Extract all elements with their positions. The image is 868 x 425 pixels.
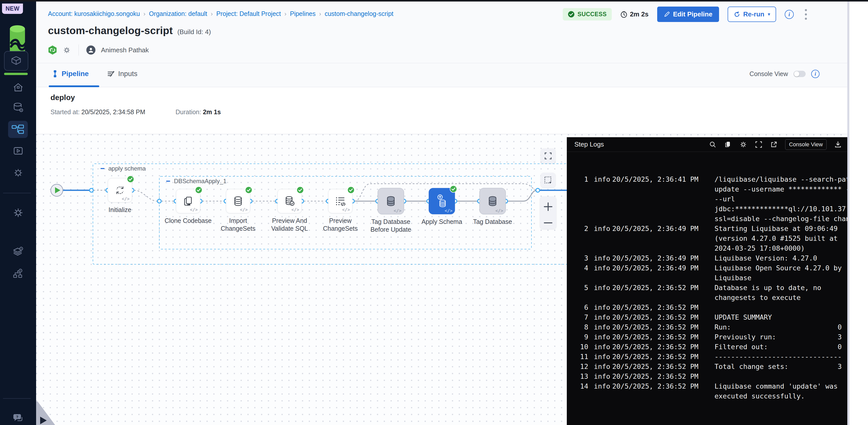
fullscreen-icon[interactable] (755, 141, 763, 148)
marquee-select-button[interactable] (541, 173, 555, 188)
breadcrumb-account[interactable]: Account: kurosakiichigo.songoku (48, 10, 140, 18)
sidebar-item-pipelines-active[interactable] (8, 121, 28, 138)
log-message: Starting Liquibase at 09:06:49(version 4… (714, 224, 847, 253)
rerun-label: Re-run (743, 10, 765, 18)
download-icon[interactable] (834, 141, 842, 148)
search-icon[interactable] (709, 141, 716, 148)
log-message: Liquibase command 'update' wasexecuted s… (714, 381, 847, 401)
pipeline-settings-gear-icon[interactable] (63, 46, 71, 54)
log-message: Total change sets: 3 (714, 362, 847, 371)
database-gear-icon (12, 102, 24, 114)
sidebar-item-home[interactable] (0, 78, 36, 96)
clone-icon (182, 195, 194, 207)
sidebar-module-selector[interactable] (4, 51, 28, 71)
sidebar-item-executions[interactable] (0, 142, 36, 160)
node-preview-and-validate-sql[interactable]: </> (277, 189, 302, 213)
log-row: 12info20/5/2025, 2:36:52 PMTotal change … (567, 362, 847, 371)
code-icon: </> (291, 207, 299, 212)
tab-inputs[interactable]: Inputs (107, 70, 137, 78)
inputs-tab-icon (107, 70, 115, 78)
console-view-info-icon[interactable]: i (811, 70, 819, 78)
chevron-down-icon: ▾ (768, 11, 770, 17)
node-label: Clone Codebase (163, 217, 213, 225)
log-console-view-button[interactable]: Console View (785, 139, 827, 150)
open-in-new-icon[interactable] (770, 141, 778, 148)
home-icon (12, 82, 24, 93)
log-settings-gear-icon[interactable] (739, 141, 747, 148)
sidebar: NEW (0, 1, 36, 425)
node-initialize[interactable]: </> (108, 178, 132, 202)
status-badge: SUCCESS (563, 8, 612, 21)
fit-view-button[interactable] (541, 148, 555, 163)
stage-started: Started at: 20/5/2025, 2:34:58 PM (51, 108, 145, 116)
database-upload-icon (435, 194, 448, 208)
code-icon: </> (190, 207, 198, 212)
status-label: SUCCESS (578, 11, 607, 18)
node-import-changesets[interactable]: </> (226, 189, 250, 213)
collapse-icon[interactable] (100, 166, 105, 171)
breadcrumb-current[interactable]: custom-changelog-script (325, 10, 393, 18)
node-preview-changesets[interactable]: </> (328, 189, 352, 213)
log-row: 13info20/5/2025, 2:36:52 PM (567, 371, 847, 381)
more-options-button[interactable] (802, 8, 809, 21)
code-icon: </> (394, 208, 401, 213)
log-row: 4info20/5/2025, 2:36:49 PMLiquibase Open… (567, 263, 847, 283)
node-label: Import ChangeSets (213, 217, 263, 232)
sidebar-item-environments[interactable] (0, 243, 36, 261)
zoom-out-button[interactable] (544, 222, 552, 223)
collapsed-nav-arrow-icon[interactable] (40, 417, 47, 424)
log-message: Run: 0 (714, 322, 847, 332)
console-view-toggle-area: Console View i (750, 70, 819, 78)
sidebar-item-db-devops[interactable] (0, 98, 36, 117)
breadcrumb-separator: › (144, 10, 146, 18)
rerun-button[interactable]: Re-run ▾ (727, 6, 776, 22)
sidebar-item-builds[interactable] (0, 164, 36, 182)
scrollbar-track[interactable] (847, 1, 849, 425)
log-rows[interactable]: 1info20/5/2025, 2:36:41 PM/liquibase/liq… (567, 152, 847, 425)
zoom-in-button[interactable] (544, 202, 552, 211)
list-code-icon (334, 195, 347, 207)
stage-name: deploy (51, 93, 75, 102)
group-label-dbschemaapply[interactable]: DBSchemaApply_1 (165, 178, 226, 185)
database-check-icon (283, 195, 296, 207)
sync-icon (114, 184, 126, 196)
sidebar-item-settings[interactable] (0, 204, 36, 222)
active-tab-underline (49, 85, 99, 87)
app-root: NEW (0, 0, 868, 425)
sidebar-item-help[interactable]: ? (0, 409, 36, 425)
node-label: Preview ChangeSets (315, 217, 366, 232)
breadcrumb-pipelines[interactable]: Pipelines (290, 10, 315, 18)
console-view-toggle[interactable] (794, 71, 806, 77)
page-scrollbar-gutter[interactable] (847, 1, 868, 425)
node-label: Apply Schema (416, 218, 467, 226)
database-icon (232, 195, 244, 207)
node-clone-codebase[interactable]: </> (176, 189, 200, 213)
stage-duration-value: 2m 1s (203, 108, 221, 115)
play-box-icon (12, 145, 24, 157)
edit-pipeline-button[interactable]: Edit Pipeline (657, 6, 719, 22)
node-tag-database-before-update[interactable]: </> (378, 188, 404, 214)
stage-meta: Started at: 20/5/2025, 2:34:58 PM Durati… (51, 108, 221, 116)
page-title: custom-changelog-script (48, 25, 173, 37)
rerun-info-icon[interactable]: i (785, 10, 794, 19)
breadcrumb-organization[interactable]: Organization: default (149, 10, 207, 18)
header-actions: SUCCESS 2m 2s Edit Pipeline Re-run (563, 6, 810, 22)
group-label-apply-schema[interactable]: apply schema (100, 165, 146, 172)
sidebar-item-infrastructure[interactable] (0, 265, 36, 283)
log-message: Database is up to date, nochangesets to … (714, 283, 847, 303)
breadcrumb-project[interactable]: Project: Default Project (216, 10, 281, 18)
new-badge: NEW (2, 3, 23, 14)
marquee-select-icon (544, 176, 552, 184)
node-apply-schema[interactable]: </> (429, 188, 455, 214)
tab-pipeline[interactable]: Pipeline (52, 70, 89, 78)
success-badge (127, 175, 134, 184)
cd-module-icon[interactable] (48, 45, 57, 55)
svg-text:?: ? (16, 415, 18, 419)
copy-icon[interactable] (724, 141, 732, 148)
collapse-icon[interactable] (165, 178, 171, 184)
breadcrumb-separator: › (319, 10, 321, 18)
log-message: Previously run: 3 (714, 332, 847, 342)
step-logs-title: Step Logs (575, 141, 604, 148)
code-icon: </> (444, 208, 453, 213)
node-tag-database[interactable]: </> (479, 188, 506, 214)
